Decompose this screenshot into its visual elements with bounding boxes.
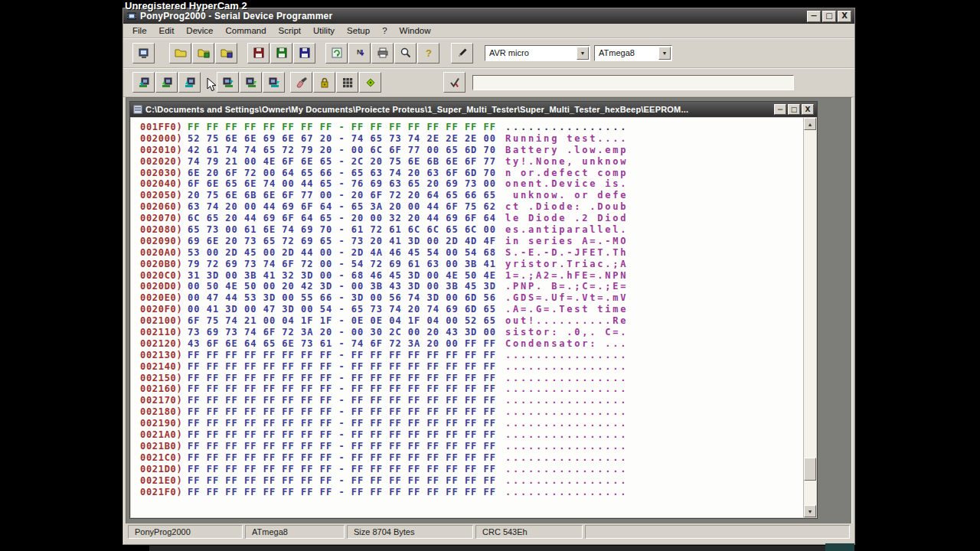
hex-editor-window: C:\Documents and Settings\Owner\My Docum… — [129, 101, 818, 519]
scroll-down-icon[interactable]: ▼ — [804, 505, 816, 517]
read-data-button[interactable] — [178, 72, 201, 93]
hex-row: 002070)6C 65 20 44 69 6F 64 65 - 20 00 3… — [140, 213, 803, 224]
hex-ascii: unknow. or defe — [505, 190, 628, 201]
window-title: PonyProg2000 - Serial Device Programmer — [140, 11, 802, 21]
toolbar-main-buttons: N? — [132, 43, 474, 64]
hex-ascii: .PNP. B=.;C=.;E= — [505, 281, 628, 292]
hex-bytes: 31 3D 00 3B 41 32 3D 00 - 68 46 45 3D 00… — [188, 270, 498, 281]
hex-bytes: 20 75 6E 6B 6E 6F 77 00 - 20 6F 72 20 64… — [188, 190, 498, 201]
help-icon: ? — [423, 47, 435, 59]
write-program-icon — [245, 77, 257, 89]
scroll-up-icon[interactable]: ▲ — [804, 118, 816, 130]
serial-number-button[interactable]: N — [348, 43, 371, 64]
save-data-file-icon — [299, 47, 311, 59]
menu-item-utility[interactable]: Utility — [307, 24, 341, 37]
exit-button[interactable] — [132, 43, 155, 64]
hex-ascii: Condensator: ... — [505, 338, 628, 349]
hex-bytes: 00 47 44 53 3D 00 55 66 - 3D 00 56 74 3D… — [188, 292, 498, 303]
hex-ascii: Running test.... — [505, 133, 628, 144]
hex-ascii: le Diode .2 Diod — [505, 213, 628, 223]
read-program-button[interactable] — [155, 72, 178, 93]
app-icon — [126, 11, 137, 21]
menu-item-file[interactable]: File — [126, 24, 153, 37]
minimize-button[interactable]: — — [807, 11, 821, 22]
hex-bytes: FF FF FF FF FF FF FF FF - FF FF FF FF FF… — [188, 383, 498, 394]
menu-item-window[interactable]: Window — [394, 24, 437, 37]
status-bar: PonyProg2000 ATmega8 Size 8704 Bytes CRC… — [126, 523, 852, 540]
child-close-button[interactable]: X — [802, 104, 814, 115]
reload-files-button[interactable] — [325, 43, 348, 64]
save-program-file-button[interactable] — [270, 43, 292, 64]
hex-address: 0020F0) — [140, 304, 183, 315]
hex-address: 0020C0) — [140, 270, 183, 281]
hypercam-watermark: Unregistered HyperCam 2 — [125, 0, 247, 11]
hex-address: 002130) — [140, 350, 183, 360]
magnify-button[interactable] — [394, 43, 416, 64]
hex-row: 002160)FF FF FF FF FF FF FF FF - FF FF F… — [140, 383, 803, 395]
hex-row: 0020F0)00 41 3D 00 47 3D 00 54 - 65 73 7… — [140, 304, 803, 315]
help-button[interactable]: ? — [417, 43, 439, 64]
security-bits-button[interactable] — [313, 72, 335, 93]
menu-item-help[interactable]: ? — [376, 24, 393, 37]
device-family-select[interactable]: AVR micro ▼ — [485, 45, 590, 61]
oscillator-button[interactable] — [359, 72, 381, 93]
print-buffer-button[interactable] — [371, 43, 394, 64]
hex-row: 002010)42 61 74 74 65 72 79 20 - 00 6C 6… — [140, 145, 803, 156]
open-program-file-button[interactable] — [192, 43, 214, 64]
hex-bytes: 52 75 6E 6E 69 6E 67 20 - 74 65 73 74 2E… — [188, 133, 498, 144]
hex-address: 002030) — [140, 168, 183, 178]
read-device-button[interactable] — [132, 72, 155, 93]
save-program-file-icon — [276, 47, 288, 59]
toolbar-separator — [155, 53, 169, 54]
hex-bytes: 65 73 00 61 6E 74 69 70 - 61 72 61 6C 6C… — [188, 224, 498, 235]
child-minimize-button[interactable]: — — [774, 104, 786, 115]
menu-item-setup[interactable]: Setup — [341, 24, 376, 37]
menu-item-script[interactable]: Script — [273, 24, 307, 37]
save-data-file-button[interactable] — [293, 43, 315, 64]
erase-device-button[interactable] — [290, 72, 312, 93]
menu-item-command[interactable]: Command — [220, 24, 273, 37]
menu-bar: FileEditDeviceCommandScriptUtilitySetup?… — [123, 24, 854, 38]
hex-row: 002030)6E 20 6F 72 00 64 65 66 - 65 63 7… — [140, 168, 803, 179]
write-program-button[interactable] — [240, 72, 262, 93]
hex-bytes: 6E 20 6F 72 00 64 65 66 - 65 63 74 20 63… — [188, 168, 498, 178]
hex-address: 0020E0) — [140, 292, 183, 303]
hex-row: 0020C0)31 3D 00 3B 41 32 3D 00 - 68 46 4… — [140, 270, 803, 282]
save-device-file-button[interactable] — [247, 43, 270, 64]
hex-row: 0021C0)FF FF FF FF FF FF FF FF - FF FF F… — [140, 452, 803, 464]
hex-ascii: ................ — [505, 441, 628, 452]
background-window-edge — [149, 546, 854, 551]
close-button[interactable]: X — [838, 11, 851, 22]
hex-row: 0020A0)53 00 2D 45 00 2D 44 00 - 2D 4A 4… — [140, 247, 803, 259]
hex-address: 002060) — [140, 201, 183, 212]
hex-ascii: ................ — [505, 361, 628, 372]
hex-bytes: FF FF FF FF FF FF FF FF - FF FF FF FF FF… — [188, 464, 498, 474]
hex-dump[interactable]: 001FF0)FF FF FF FF FF FF FF FF - FF FF F… — [131, 118, 803, 517]
open-device-file-button[interactable] — [169, 43, 191, 64]
chevron-down-icon[interactable]: ▼ — [658, 47, 671, 60]
edit-buffer-button[interactable] — [451, 43, 473, 64]
hex-address: 002050) — [140, 190, 183, 201]
toolbar-separator — [440, 53, 451, 54]
hex-row: 002050)20 75 6E 6B 6E 6F 77 00 - 20 6F 7… — [140, 190, 803, 201]
device-model-select[interactable]: ATmega8 ▼ — [594, 45, 672, 61]
chevron-down-icon[interactable]: ▼ — [577, 47, 589, 60]
write-data-button[interactable] — [263, 72, 285, 93]
toolbar-separator — [382, 82, 443, 83]
fuse-bits-button[interactable] — [336, 72, 358, 93]
hex-row: 0021F0)FF FF FF FF FF FF FF FF - FF FF F… — [140, 487, 803, 498]
menu-item-edit[interactable]: Edit — [153, 24, 181, 37]
vertical-scrollbar[interactable]: ▲ ▼ — [803, 118, 816, 517]
scrollbar-thumb[interactable] — [804, 458, 816, 481]
verify-button[interactable] — [443, 72, 466, 93]
hex-row: 002190)FF FF FF FF FF FF FF FF - FF FF F… — [140, 418, 803, 429]
menu-item-device[interactable]: Device — [180, 24, 219, 37]
open-data-file-button[interactable] — [215, 43, 237, 64]
status-size: Size 8704 Bytes — [347, 525, 473, 539]
maximize-button[interactable]: □ — [822, 11, 836, 22]
write-device-button[interactable] — [217, 72, 239, 93]
hex-address: 002110) — [140, 327, 183, 337]
child-titlebar[interactable]: C:\Documents and Settings\Owner\My Docum… — [130, 102, 817, 117]
child-maximize-button[interactable]: □ — [788, 104, 800, 115]
hex-ascii: out!..........Re — [505, 315, 628, 326]
